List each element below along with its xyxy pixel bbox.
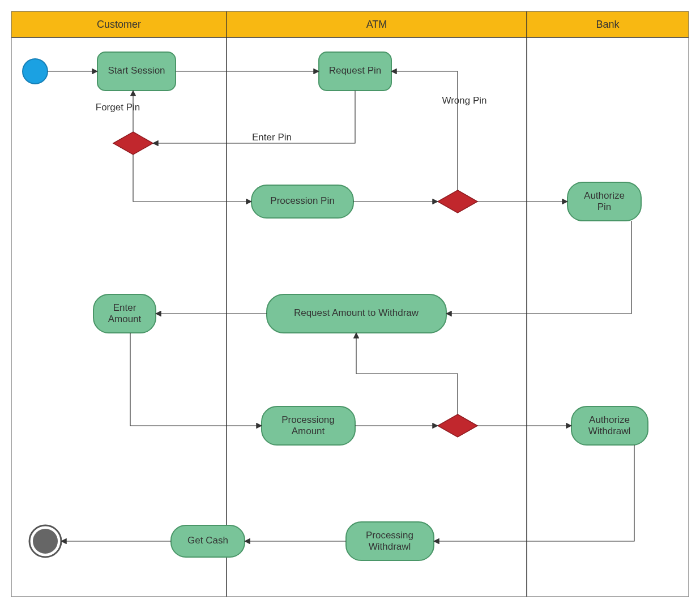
swimlane-activity-diagram: Customer ATM Bank Start Session Request … — [11, 11, 689, 597]
activity-authorize-pin-l2: Pin — [597, 202, 612, 212]
activity-start-session-label: Start Session — [108, 65, 165, 76]
edge-label-wrong-pin: Wrong Pin — [442, 95, 486, 106]
lane-label-customer: Customer — [97, 19, 141, 30]
edge-authorize-withdrawl-to-processing-withdrawl — [434, 445, 634, 541]
edge-label-forget-pin: Forget Pin — [96, 102, 140, 113]
decision-processing-amount — [438, 414, 477, 437]
activity-request-pin-label: Request Pin — [329, 65, 382, 76]
activity-authorize-withdrawl-l2: Withdrawl — [588, 426, 631, 436]
activity-authorize-withdrawl-l1: Authorize — [589, 414, 630, 425]
decision-forget-pin — [113, 132, 153, 155]
end-node-inner — [33, 529, 58, 554]
activity-processing-amount-l2: Amount — [292, 426, 325, 436]
edge-decision1-to-procession-pin — [133, 155, 251, 202]
activity-procession-pin-label: Procession Pin — [270, 195, 334, 206]
activity-processing-withdrawl-l2: Withdrawl — [369, 541, 411, 552]
edge-authorize-pin-to-request-amount — [446, 221, 631, 314]
edge-label-enter-pin: Enter Pin — [252, 132, 292, 143]
activity-get-cash-label: Get Cash — [187, 535, 228, 546]
start-node — [23, 59, 48, 84]
lane-body-bank — [527, 37, 689, 597]
decision-wrong-pin — [438, 190, 477, 213]
activity-authorize-pin-l1: Authorize — [584, 190, 625, 201]
edge-enter-amount-to-processing-amount — [130, 333, 262, 426]
lane-label-bank: Bank — [596, 19, 620, 30]
lane-label-atm: ATM — [366, 19, 387, 30]
activity-request-amount-label: Request Amount to Withdraw — [294, 307, 419, 318]
activity-processing-amount-l1: Processiong — [281, 414, 335, 425]
activity-enter-amount-l1: Enter — [113, 302, 136, 313]
activity-processing-withdrawl-l1: Processing — [366, 530, 413, 541]
edge-decision3-to-request-amount — [356, 333, 458, 414]
activity-enter-amount-l2: Amount — [108, 314, 142, 324]
edge-decision2-to-request-pin — [391, 71, 458, 190]
